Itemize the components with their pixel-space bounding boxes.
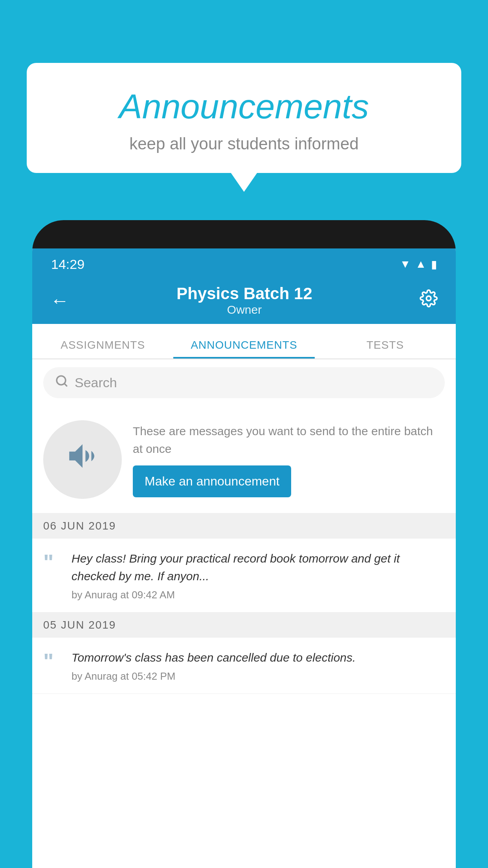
phone-body: 14:29 ▼ ▲ ▮ ← Physics Batch 12 Owner [32,248,456,868]
tab-assignments[interactable]: ASSIGNMENTS [32,339,173,359]
tab-announcements[interactable]: ANNOUNCEMENTS [173,339,314,359]
announcement-prompt: These are messages you want to send to t… [32,406,456,513]
megaphone-circle [43,420,122,499]
announcement-item-1: " Hey class! Bring your practical record… [32,539,456,612]
make-announcement-button[interactable]: Make an announcement [133,465,291,497]
search-input-wrap[interactable]: Search [43,367,445,398]
phone-mockup: 14:29 ▼ ▲ ▮ ← Physics Batch 12 Owner [32,220,456,868]
app-bar-subtitle: Owner [176,303,312,316]
announcement-text-wrap-2: Tomorrow's class has been cancelled due … [72,649,445,682]
date-separator-2: 05 JUN 2019 [32,612,456,638]
quote-icon-1: " [43,551,62,573]
svg-point-0 [426,296,431,301]
speech-bubble: Announcements keep all your students inf… [27,63,461,173]
announcement-author-2: by Anurag at 05:42 PM [72,670,445,682]
search-icon [55,374,68,391]
phone-notch [209,220,279,241]
announcement-text-wrap-1: Hey class! Bring your practical record b… [72,550,445,601]
app-bar-center: Physics Batch 12 Owner [176,284,312,316]
bubble-subtitle: keep all your students informed [42,134,446,153]
announcement-author-1: by Anurag at 09:42 AM [72,589,445,601]
status-bar: 14:29 ▼ ▲ ▮ [32,248,456,277]
app-bar-title: Physics Batch 12 [176,284,312,303]
wifi-icon: ▼ [400,258,411,270]
app-bar: ← Physics Batch 12 Owner [32,277,456,324]
megaphone-icon [65,438,100,481]
announcement-desc: These are messages you want to send to t… [133,422,445,458]
bubble-title: Announcements [42,86,446,127]
settings-button[interactable] [416,285,442,316]
speech-bubble-container: Announcements keep all your students inf… [27,63,461,173]
tabs: ASSIGNMENTS ANNOUNCEMENTS TESTS [32,324,456,359]
quote-icon-2: " [43,650,62,672]
status-time: 14:29 [51,257,84,272]
search-bar: Search [32,359,456,406]
signal-icon: ▲ [415,258,426,270]
back-button[interactable]: ← [46,286,73,315]
announcement-right: These are messages you want to send to t… [133,422,445,497]
battery-icon: ▮ [431,258,437,271]
content-area: Search These are messages you want to se… [32,359,456,868]
tab-tests[interactable]: TESTS [315,339,456,359]
announcement-item-2: " Tomorrow's class has been cancelled du… [32,638,456,694]
date-separator-1: 06 JUN 2019 [32,513,456,539]
announcement-text-1: Hey class! Bring your practical record b… [72,550,445,585]
status-icons: ▼ ▲ ▮ [400,258,437,271]
announcement-text-2: Tomorrow's class has been cancelled due … [72,649,445,666]
svg-line-2 [64,384,67,386]
search-placeholder: Search [75,375,117,390]
